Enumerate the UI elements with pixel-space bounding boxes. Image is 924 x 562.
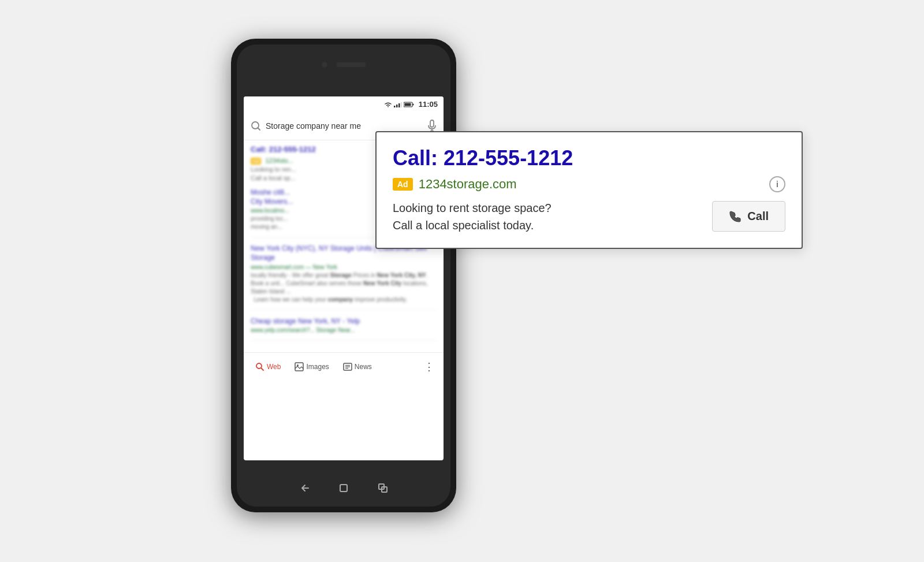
scene: 11:05 Storage company near me	[202, 27, 722, 535]
result-2-url: www.cubesmart.com — New York	[251, 264, 437, 270]
svg-rect-6	[404, 103, 411, 106]
recents-button[interactable]	[375, 480, 391, 496]
svg-rect-1	[396, 105, 398, 107]
ad-card-header: Ad 1234storage.com i	[393, 176, 785, 192]
home-button[interactable]	[336, 480, 352, 496]
svg-point-15	[297, 364, 299, 366]
tab-images-label: Images	[306, 363, 329, 371]
home-icon	[337, 481, 351, 495]
result-2: New York City (NYC), NY Storage Units | …	[251, 244, 437, 310]
web-search-icon	[255, 362, 264, 371]
phone-device: 11:05 Storage company near me	[231, 39, 456, 512]
tab-web[interactable]: Web	[248, 358, 288, 376]
result-3: Cheap storage New York, NY - Yelp www.ye…	[251, 317, 437, 341]
ad-card-badge: Ad	[393, 178, 413, 191]
bottom-tabs: Web Images	[244, 352, 444, 380]
ad-url-short: 1234sto...	[265, 157, 293, 164]
ad-card-url: 1234storage.com	[419, 177, 517, 192]
mic-icon[interactable]	[427, 120, 437, 132]
call-button[interactable]: Call	[712, 201, 785, 232]
wifi-icon	[384, 102, 392, 107]
ad-card-description: Looking to rent storage space? Call a lo…	[393, 199, 552, 234]
news-icon	[343, 362, 352, 371]
call-phone-icon	[729, 210, 742, 223]
svg-line-13	[261, 368, 263, 370]
ad-card-phone-number: Call: 212-555-1212	[393, 146, 785, 170]
status-time: 11:05	[419, 100, 438, 109]
tab-web-label: Web	[267, 363, 281, 371]
svg-rect-5	[412, 103, 413, 105]
speaker-grill	[337, 62, 366, 67]
ad-badge: Ad	[251, 158, 261, 165]
back-button[interactable]	[296, 480, 312, 496]
google-g-icon	[251, 121, 261, 131]
tab-more[interactable]: ⋮	[419, 356, 439, 378]
svg-rect-0	[394, 106, 396, 107]
tab-news-label: News	[355, 363, 372, 371]
result-2-desc: locally friendly - We offer great Storag…	[251, 271, 437, 304]
phone-nav-buttons	[296, 480, 391, 496]
camera-dot	[322, 62, 327, 68]
svg-rect-9	[430, 120, 434, 127]
tab-news[interactable]: News	[336, 358, 379, 376]
call-button-label: Call	[747, 210, 769, 223]
ad-card-info-button[interactable]: i	[769, 176, 785, 192]
back-icon	[297, 481, 311, 495]
status-bar: 11:05	[244, 96, 444, 113]
status-icons	[384, 102, 414, 107]
result-3-title: Cheap storage New York, NY - Yelp	[251, 317, 437, 326]
images-icon	[295, 362, 304, 371]
battery-icon	[404, 102, 414, 107]
ad-card-expanded: Call: 212-555-1212 Ad 1234storage.com i …	[375, 131, 803, 249]
svg-rect-20	[340, 485, 347, 492]
svg-line-8	[258, 128, 260, 131]
svg-rect-14	[295, 363, 303, 371]
result-3-url: www.yelp.com/search?... Storage Near...	[251, 327, 437, 333]
svg-rect-3	[401, 102, 402, 107]
signal-icon	[394, 102, 402, 107]
recents-icon	[376, 481, 390, 495]
phone-camera-area	[322, 62, 366, 68]
svg-rect-2	[398, 103, 400, 107]
phone-inner: 11:05 Storage company near me	[237, 44, 450, 507]
ad-card-body: Looking to rent storage space? Call a lo…	[393, 199, 785, 234]
search-query: Storage company near me	[266, 121, 423, 131]
tab-images[interactable]: Images	[288, 358, 336, 376]
